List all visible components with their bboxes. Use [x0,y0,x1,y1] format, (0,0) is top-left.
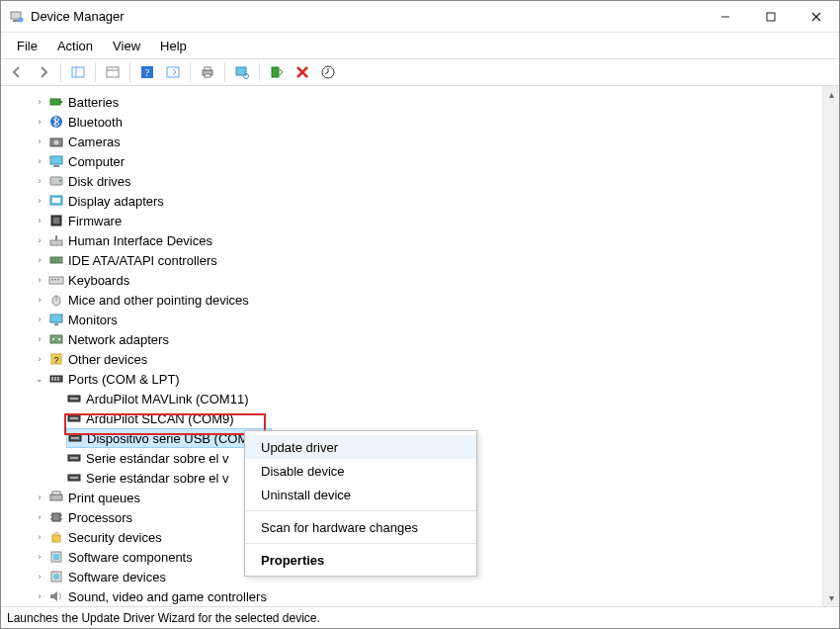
tree-node-ports[interactable]: ⌄ Ports (COM & LPT) [1,369,822,389]
svg-rect-33 [52,198,60,203]
tree-node-batteries[interactable]: › Batteries [1,92,822,112]
com-port-icon [66,391,82,406]
scan-hardware-button[interactable] [231,61,253,83]
firmware-icon [48,213,64,228]
chevron-right-icon[interactable]: › [33,491,46,504]
scroll-up-arrow[interactable]: ▴ [823,86,839,103]
scroll-down-arrow[interactable]: ▾ [823,589,839,606]
maximize-button[interactable] [748,2,794,32]
ctx-properties[interactable]: Properties [245,548,476,572]
menu-help[interactable]: Help [150,37,197,55]
disk-icon [48,173,64,189]
help-button[interactable]: ? [136,61,158,83]
chevron-right-icon[interactable]: › [33,194,46,208]
network-icon [48,331,64,347]
nav-back-button[interactable] [7,61,29,83]
tree-node-disk-drives[interactable]: › Disk drives [1,171,822,191]
tree-node-mice[interactable]: › Mice and other pointing devices [1,290,822,310]
svg-rect-36 [50,240,62,245]
chevron-right-icon[interactable]: › [33,332,46,346]
chevron-right-icon[interactable]: › [33,253,46,267]
chevron-right-icon[interactable]: › [33,154,46,168]
update-driver-button[interactable] [317,61,339,83]
com-port-icon [66,410,82,426]
chevron-right-icon[interactable]: › [33,95,46,109]
chevron-right-icon[interactable]: › [33,550,46,564]
tree-label: Network adapters [68,332,169,347]
tree-label: Print queues [68,491,140,505]
chevron-right-icon[interactable]: › [33,589,46,603]
nav-forward-button[interactable] [33,61,54,83]
chevron-right-icon[interactable]: › [33,174,46,188]
chevron-right-icon[interactable]: › [33,352,46,366]
svg-rect-70 [52,492,60,494]
tree-node-ardupilot-mavlink[interactable]: ArduPilot MAVLink (COM11) [1,389,822,408]
tree-label: Disk drives [68,174,131,189]
close-button[interactable] [794,2,839,32]
menu-file[interactable]: File [7,37,47,55]
svg-rect-66 [70,457,78,459]
ctx-scan-hardware[interactable]: Scan for hardware changes [245,515,476,539]
chevron-right-icon[interactable]: › [33,530,46,544]
minimize-button[interactable] [703,2,748,32]
scroll-track[interactable] [823,103,839,589]
chevron-right-icon[interactable]: › [33,570,46,584]
chevron-right-icon[interactable]: › [33,293,46,307]
hid-icon [48,232,64,248]
svg-rect-49 [54,323,58,325]
tree-node-display-adapters[interactable]: › Display adapters [1,191,822,211]
device-tree[interactable]: › Batteries › Bluetooth › Cameras › Comp… [1,86,822,606]
chevron-right-icon[interactable]: › [33,135,46,148]
print-button[interactable] [197,61,218,83]
tree-node-computer[interactable]: › Computer [1,151,822,171]
ctx-update-driver[interactable]: Update driver [245,435,476,459]
svg-text:?: ? [145,67,150,78]
tree-node-ide[interactable]: › IDE ATA/ATAPI controllers [1,250,822,270]
tree-label: Ports (COM & LPT) [68,372,180,387]
other-devices-icon: ? [48,351,64,367]
software-component-icon [48,549,64,565]
tree-node-cameras[interactable]: › Cameras [1,132,822,151]
software-device-icon [48,569,64,584]
tree-label: Serie estándar sobre el v [86,471,229,486]
uninstall-device-button[interactable] [292,61,313,83]
tree-label: Dispositivo serie USB (COM16) [87,431,267,446]
svg-rect-50 [50,335,62,343]
chevron-right-icon[interactable]: › [33,214,46,227]
battery-icon [48,94,64,110]
chevron-right-icon[interactable]: › [33,510,46,524]
tree-node-ardupilot-slcan[interactable]: ArduPilot SLCAN (COM9) [1,408,822,428]
tree-node-hid[interactable]: › Human Interface Devices [1,230,822,250]
chevron-right-icon[interactable]: › [33,273,46,287]
ctx-disable-device[interactable]: Disable device [245,459,476,483]
svg-rect-37 [55,235,57,240]
security-icon [48,529,64,545]
selected-item[interactable]: Dispositivo serie USB (COM16) [66,428,272,448]
tree-node-network[interactable]: › Network adapters [1,329,822,349]
tree-node-bluetooth[interactable]: › Bluetooth [1,112,822,132]
chevron-right-icon[interactable]: › [33,115,46,129]
ctx-label: Update driver [261,440,338,455]
status-text: Launches the Update Driver Wizard for th… [7,611,320,625]
vertical-scrollbar[interactable]: ▴ ▾ [822,86,839,606]
tree-label: Human Interface Devices [68,233,212,248]
tree-node-keyboards[interactable]: › Keyboards [1,270,822,290]
tree-node-monitors[interactable]: › Monitors [1,310,822,329]
com-port-icon [66,450,82,466]
enable-device-button[interactable] [266,61,288,83]
chevron-right-icon[interactable]: › [33,313,46,326]
chevron-right-icon[interactable]: › [33,233,46,247]
show-hide-tree-button[interactable] [67,61,89,83]
chevron-down-icon[interactable]: ⌄ [33,372,46,386]
menu-view[interactable]: View [103,37,150,55]
tree-label: Monitors [68,313,118,327]
tree-node-sound[interactable]: › Sound, video and game controllers [1,586,822,606]
menu-action[interactable]: Action [47,37,103,55]
action-button[interactable] [162,61,184,83]
tree-node-firmware[interactable]: › Firmware [1,211,822,230]
properties-button[interactable] [102,61,124,83]
svg-rect-71 [52,513,60,521]
ctx-separator [245,510,476,511]
tree-node-other-devices[interactable]: › ? Other devices [1,349,822,369]
ctx-uninstall-device[interactable]: Uninstall device [245,483,476,506]
